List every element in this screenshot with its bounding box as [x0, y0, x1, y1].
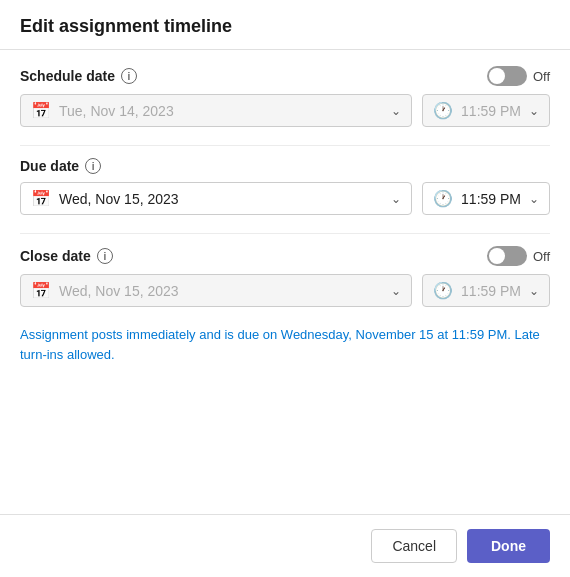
schedule-date-toggle-knob [489, 68, 505, 84]
due-date-label: Due date [20, 158, 79, 174]
due-time-picker[interactable]: 🕐 11:59 PM ⌄ [422, 182, 550, 215]
schedule-date-chevron-icon: ⌄ [391, 104, 401, 118]
schedule-date-toggle[interactable] [487, 66, 527, 86]
schedule-date-section: Schedule date i Off 📅 Tue, Nov 14, 2023 … [20, 66, 550, 127]
close-date-toggle-knob [489, 248, 505, 264]
due-time-chevron-icon: ⌄ [529, 192, 539, 206]
schedule-time-picker[interactable]: 🕐 11:59 PM ⌄ [422, 94, 550, 127]
due-date-info-icon[interactable]: i [85, 158, 101, 174]
schedule-date-header: Schedule date i Off [20, 66, 550, 86]
due-date-chevron-icon: ⌄ [391, 192, 401, 206]
schedule-date-toggle-label: Off [533, 69, 550, 84]
close-date-header: Close date i Off [20, 246, 550, 266]
due-time-icon: 🕐 [433, 189, 453, 208]
schedule-date-info-icon[interactable]: i [121, 68, 137, 84]
schedule-date-label-group: Schedule date i [20, 68, 137, 84]
done-button[interactable]: Done [467, 529, 550, 563]
close-time-picker[interactable]: 🕐 11:59 PM ⌄ [422, 274, 550, 307]
close-time-chevron-icon: ⌄ [529, 284, 539, 298]
schedule-date-picker[interactable]: 📅 Tue, Nov 14, 2023 ⌄ [20, 94, 412, 127]
close-date-info-icon[interactable]: i [97, 248, 113, 264]
edit-assignment-timeline-dialog: Edit assignment timeline Schedule date i… [0, 0, 570, 577]
close-time-value: 11:59 PM [461, 283, 521, 299]
close-date-value: Wed, Nov 15, 2023 [59, 283, 383, 299]
close-date-label: Close date [20, 248, 91, 264]
close-date-picker[interactable]: 📅 Wed, Nov 15, 2023 ⌄ [20, 274, 412, 307]
dialog-footer: Cancel Done [0, 514, 570, 577]
schedule-time-chevron-icon: ⌄ [529, 104, 539, 118]
close-calendar-icon: 📅 [31, 281, 51, 300]
due-calendar-icon: 📅 [31, 189, 51, 208]
close-time-icon: 🕐 [433, 281, 453, 300]
close-date-chevron-icon: ⌄ [391, 284, 401, 298]
due-date-header: Due date i [20, 158, 550, 174]
divider-2 [20, 233, 550, 234]
close-date-time-row: 📅 Wed, Nov 15, 2023 ⌄ 🕐 11:59 PM ⌄ [20, 274, 550, 307]
close-date-label-group: Close date i [20, 248, 113, 264]
schedule-date-toggle-group: Off [487, 66, 550, 86]
due-date-value: Wed, Nov 15, 2023 [59, 191, 383, 207]
schedule-date-time-row: 📅 Tue, Nov 14, 2023 ⌄ 🕐 11:59 PM ⌄ [20, 94, 550, 127]
dialog-header: Edit assignment timeline [0, 0, 570, 50]
close-date-section: Close date i Off 📅 Wed, Nov 15, 2023 ⌄ [20, 246, 550, 307]
info-text: Assignment posts immediately and is due … [20, 325, 550, 364]
due-time-value: 11:59 PM [461, 191, 521, 207]
schedule-calendar-icon: 📅 [31, 101, 51, 120]
cancel-button[interactable]: Cancel [371, 529, 457, 563]
close-date-toggle-group: Off [487, 246, 550, 266]
schedule-time-icon: 🕐 [433, 101, 453, 120]
schedule-date-label: Schedule date [20, 68, 115, 84]
divider-1 [20, 145, 550, 146]
close-date-toggle[interactable] [487, 246, 527, 266]
due-date-section: Due date i 📅 Wed, Nov 15, 2023 ⌄ 🕐 11:59… [20, 158, 550, 215]
close-date-toggle-label: Off [533, 249, 550, 264]
due-date-label-group: Due date i [20, 158, 101, 174]
dialog-body: Schedule date i Off 📅 Tue, Nov 14, 2023 … [0, 50, 570, 514]
due-date-time-row: 📅 Wed, Nov 15, 2023 ⌄ 🕐 11:59 PM ⌄ [20, 182, 550, 215]
dialog-title: Edit assignment timeline [20, 16, 232, 36]
schedule-date-value: Tue, Nov 14, 2023 [59, 103, 383, 119]
schedule-time-value: 11:59 PM [461, 103, 521, 119]
due-date-picker[interactable]: 📅 Wed, Nov 15, 2023 ⌄ [20, 182, 412, 215]
